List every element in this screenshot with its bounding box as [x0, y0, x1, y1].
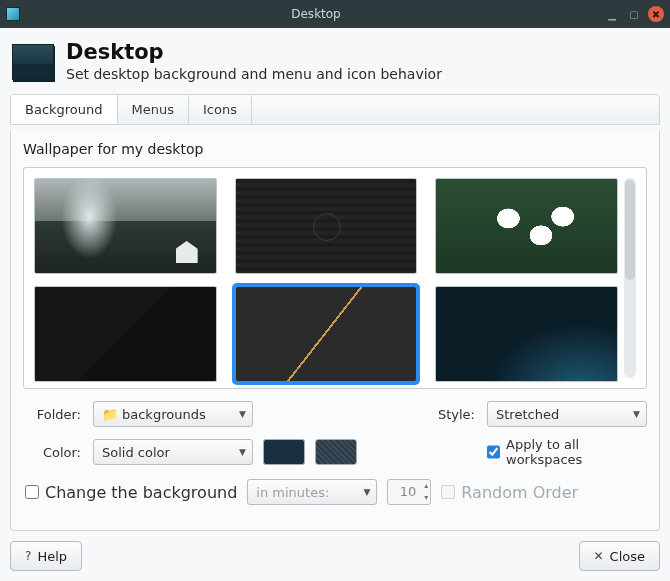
- page-title: Desktop: [66, 40, 442, 64]
- header: Desktop Set desktop background and menu …: [10, 36, 660, 88]
- help-icon: ?: [25, 549, 31, 563]
- apply-all-row: Apply to all workspaces: [487, 437, 647, 467]
- titlebar: Desktop ▁ ▢ ✖: [0, 0, 670, 28]
- change-background-checkbox[interactable]: [25, 485, 39, 499]
- minimize-button[interactable]: ▁: [604, 6, 620, 22]
- color-swatch-primary[interactable]: [263, 439, 305, 465]
- window-body: Desktop Set desktop background and menu …: [0, 28, 670, 581]
- wallpaper-scrollbar[interactable]: [624, 178, 636, 378]
- tab-background[interactable]: Background: [11, 95, 118, 124]
- change-toggle: Change the background: [25, 483, 237, 502]
- folder-value: backgrounds: [122, 407, 206, 422]
- wallpaper-thumb-dark-envelope[interactable]: [34, 286, 217, 382]
- change-interval-value: 10: [400, 484, 417, 499]
- desktop-icon: [12, 44, 54, 80]
- style-label: Style:: [417, 407, 477, 422]
- wallpaper-thumb-waterfall[interactable]: [34, 178, 217, 274]
- tab-icons[interactable]: Icons: [189, 95, 252, 124]
- change-row: Change the background in minutes: ▼ 10 R…: [23, 477, 647, 505]
- change-background-label: Change the background: [45, 483, 237, 502]
- app-icon: [6, 7, 20, 21]
- help-button[interactable]: ? Help: [10, 541, 82, 571]
- tab-pane-background: Wallpaper for my desktop Folder: 📁 backg…: [10, 131, 660, 531]
- apply-all-label: Apply to all workspaces: [506, 437, 647, 467]
- close-button-label: Close: [610, 549, 645, 564]
- wallpaper-thumb-gold-diagonal[interactable]: [235, 286, 418, 382]
- wallpaper-grid: [34, 178, 618, 378]
- close-window-button[interactable]: ✖: [648, 6, 664, 22]
- header-text: Desktop Set desktop background and menu …: [66, 40, 442, 82]
- change-interval-spinner[interactable]: 10: [387, 479, 431, 505]
- style-value: Stretched: [496, 407, 559, 422]
- wallpaper-thumb-white-flowers[interactable]: [435, 178, 618, 274]
- help-button-label: Help: [37, 549, 67, 564]
- chevron-down-icon: ▼: [363, 487, 370, 497]
- close-icon: ✕: [594, 549, 604, 563]
- random-order-label: Random Order: [461, 483, 578, 502]
- tab-label: Background: [25, 102, 103, 117]
- tab-label: Menus: [132, 102, 174, 117]
- folder-combo[interactable]: 📁 backgrounds ▼: [93, 401, 253, 427]
- wallpaper-section-title: Wallpaper for my desktop: [23, 141, 647, 157]
- color-label: Color:: [23, 445, 83, 460]
- folder-label: Folder:: [23, 407, 83, 422]
- folder-icon: 📁: [102, 407, 118, 422]
- bottom-bar: ? Help ✕ Close: [10, 541, 660, 571]
- close-button[interactable]: ✕ Close: [579, 541, 660, 571]
- chevron-down-icon: ▼: [239, 447, 246, 457]
- random-order-row: Random Order: [441, 483, 578, 502]
- maximize-button[interactable]: ▢: [626, 6, 642, 22]
- window-controls: ▁ ▢ ✖: [604, 6, 664, 22]
- window-title: Desktop: [28, 7, 604, 21]
- color-mode-value: Solid color: [102, 445, 170, 460]
- color-swatch-secondary[interactable]: [315, 439, 357, 465]
- apply-all-checkbox[interactable]: [487, 445, 500, 459]
- tab-bar: Background Menus Icons: [10, 94, 660, 125]
- page-subtitle: Set desktop background and menu and icon…: [66, 66, 442, 82]
- chevron-down-icon: ▼: [633, 409, 640, 419]
- random-order-checkbox[interactable]: [441, 485, 455, 499]
- wallpaper-thumb-dark-lines[interactable]: [235, 178, 418, 274]
- tab-label: Icons: [203, 102, 237, 117]
- style-combo[interactable]: Stretched ▼: [487, 401, 647, 427]
- change-interval-unit-combo[interactable]: in minutes: ▼: [247, 479, 377, 505]
- wallpaper-thumb-teal-arc[interactable]: [435, 286, 618, 382]
- controls-grid: Folder: 📁 backgrounds ▼ Style: Stretched…: [23, 399, 647, 467]
- change-interval-unit: in minutes:: [256, 485, 329, 500]
- wallpaper-grid-container: [23, 167, 647, 389]
- chevron-down-icon: ▼: [239, 409, 246, 419]
- tab-menus[interactable]: Menus: [118, 95, 189, 124]
- color-mode-combo[interactable]: Solid color ▼: [93, 439, 253, 465]
